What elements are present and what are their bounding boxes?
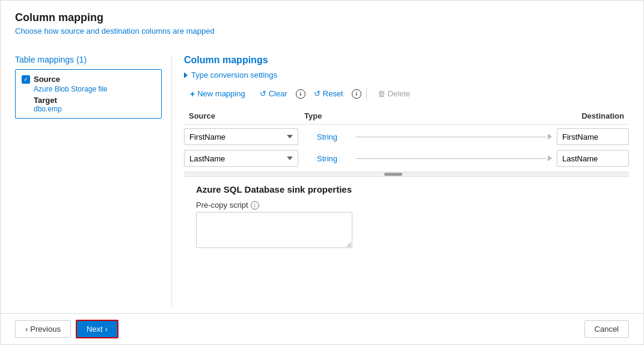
arrow-line [356, 155, 552, 161]
chevron-right-icon: › [105, 325, 108, 334]
left-panel: Table mappings (1) Source Azure Blob Sto… [15, 55, 171, 307]
reset-info-icon: i [352, 89, 361, 99]
page-title: Column mapping [15, 11, 629, 24]
table-mappings-heading: Table mappings (1) [15, 55, 162, 64]
col-header-source: Source [184, 111, 304, 120]
page-header: Column mapping Choose how source and des… [1, 1, 643, 43]
source-label: Source [34, 75, 60, 84]
column-headers: Source Type Destination [184, 108, 629, 125]
arrow-line [356, 134, 552, 140]
pre-copy-textarea[interactable] [196, 212, 352, 248]
table-row: FirstName String [184, 128, 629, 145]
source-select-lastname[interactable]: LastName [184, 150, 298, 167]
trash-icon: 🗑 [378, 89, 385, 98]
mapping-toolbar: + New mapping ↺ Clear i ↺ Reset i 🗑 Dele… [184, 87, 629, 101]
col-header-dest: Destination [533, 111, 629, 120]
dest-input-lastname[interactable] [557, 150, 629, 167]
clear-label: Clear [269, 89, 287, 98]
scroll-indicator [184, 172, 629, 176]
previous-button[interactable]: ‹ Previous [15, 320, 71, 338]
line [356, 137, 547, 137]
target-label: Target [22, 96, 155, 105]
source-row: Source [22, 75, 155, 84]
type-conversion-label: Type conversion settings [191, 70, 277, 79]
footer-left: ‹ Previous Next › [15, 320, 118, 338]
mapping-item[interactable]: Source Azure Blob Storage file Target db… [15, 69, 162, 119]
table-row: LastName String [184, 150, 629, 167]
footer: ‹ Previous Next › Cancel [1, 313, 643, 344]
source-select-firstname[interactable]: FirstName [184, 128, 298, 145]
target-sub-label: dbo.emp [22, 105, 155, 113]
reset-button[interactable]: ↺ Reset [308, 87, 349, 101]
next-label: Next [87, 325, 103, 334]
dest-input-firstname[interactable] [557, 128, 629, 145]
type-label-lastname: String [303, 154, 351, 163]
toolbar-separator [366, 88, 367, 100]
chevron-left-icon: ‹ [25, 325, 28, 334]
type-label-firstname: String [303, 132, 351, 141]
mapping-rows: FirstName String LastName String [184, 128, 629, 172]
clear-button[interactable]: ↺ Clear [254, 87, 293, 101]
arrow-head [548, 134, 552, 140]
column-mappings-title: Column mappings [184, 55, 629, 66]
col-header-arrow [400, 111, 533, 120]
reset-label: Reset [323, 89, 343, 98]
plus-icon: + [190, 90, 195, 98]
cancel-button[interactable]: Cancel [584, 320, 629, 338]
line [356, 158, 547, 159]
next-button[interactable]: Next › [76, 320, 118, 338]
source-sub-label: Azure Blob Storage file [22, 85, 155, 93]
type-conversion-row[interactable]: Type conversion settings [184, 70, 629, 79]
bottom-section: Azure SQL Database sink properties Pre-c… [184, 176, 629, 256]
delete-button[interactable]: 🗑 Delete [372, 87, 417, 101]
previous-label: Previous [30, 325, 61, 334]
main-content: Table mappings (1) Source Azure Blob Sto… [1, 43, 643, 313]
right-panel: Column mappings Type conversion settings… [171, 55, 629, 307]
sink-title: Azure SQL Database sink properties [196, 184, 617, 194]
cancel-label: Cancel [595, 325, 619, 334]
source-checkbox[interactable] [22, 75, 30, 84]
clear-icon: ↺ [260, 89, 266, 98]
pre-copy-label: Pre-copy script i [196, 200, 617, 210]
page-wrapper: Column mapping Choose how source and des… [0, 0, 644, 345]
clear-info-icon: i [296, 89, 305, 99]
new-mapping-button[interactable]: + New mapping [184, 87, 251, 101]
col-header-type: Type [304, 111, 400, 120]
reset-icon: ↺ [314, 89, 320, 98]
arrow-head [548, 155, 552, 161]
pre-copy-info-icon: i [251, 201, 259, 210]
new-mapping-label: New mapping [197, 89, 245, 98]
chevron-right-icon [184, 72, 188, 78]
scroll-thumb [384, 173, 402, 176]
page-subtitle: Choose how source and destination column… [15, 26, 629, 36]
delete-label: Delete [388, 89, 411, 98]
